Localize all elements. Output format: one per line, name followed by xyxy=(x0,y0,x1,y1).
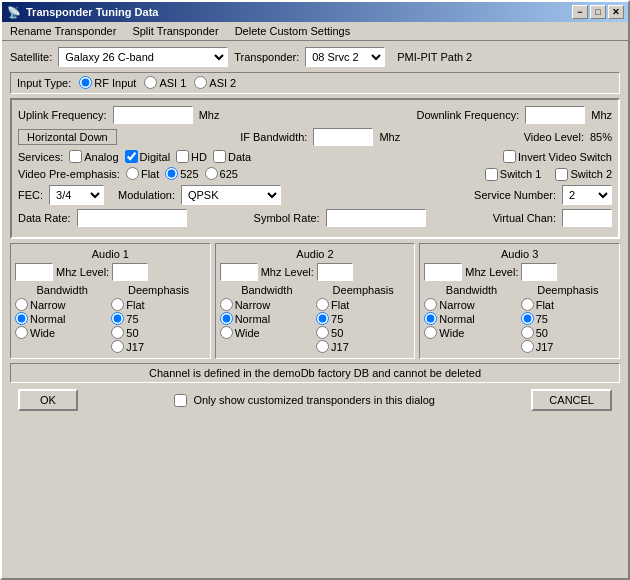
audio1-freq[interactable]: 5.80 xyxy=(15,263,53,281)
audio3-block: Audio 3 6.80 Mhz Level: 50% Bandwidth Na… xyxy=(419,243,620,359)
audio3-freq[interactable]: 6.80 xyxy=(424,263,462,281)
input-type-row: Input Type: RF Input ASI 1 ASI 2 xyxy=(10,72,620,94)
v625-radio-label[interactable]: 625 xyxy=(205,167,238,180)
hd-checkbox[interactable] xyxy=(176,150,189,163)
audio2-deemph-header: Deemphasis xyxy=(316,284,410,296)
hd-check-label[interactable]: HD xyxy=(176,150,207,163)
audio3-level-label: Level: xyxy=(489,266,518,278)
audio3-75-radio[interactable] xyxy=(521,312,534,325)
audio1-j17-radio[interactable] xyxy=(111,340,124,353)
title-bar: 📡 Transponder Tuning Data − □ ✕ xyxy=(2,2,628,22)
audio2-freq[interactable]: 6.20 xyxy=(220,263,258,281)
audio3-level[interactable]: 50% xyxy=(521,263,557,281)
digital-checkbox[interactable] xyxy=(125,150,138,163)
audio3-narrow-radio[interactable] xyxy=(424,298,437,311)
audio3-j17-radio[interactable] xyxy=(521,340,534,353)
satellite-select[interactable]: Galaxy 26 C-band xyxy=(58,47,228,67)
audio3-flat-radio[interactable] xyxy=(521,298,534,311)
invert-video-checkbox[interactable] xyxy=(503,150,516,163)
only-show-label[interactable]: Only show customized transponders in thi… xyxy=(174,394,435,407)
digital-check-label[interactable]: Digital xyxy=(125,150,171,163)
audio3-header: Audio 3 xyxy=(424,248,615,260)
analog-check-label[interactable]: Analog xyxy=(69,150,118,163)
service-number-select[interactable]: 2 xyxy=(562,185,612,205)
audio3-wide-radio[interactable] xyxy=(424,326,437,339)
audio1-flat-radio[interactable] xyxy=(111,298,124,311)
menu-delete[interactable]: Delete Custom Settings xyxy=(231,24,355,38)
audio1-normal-radio[interactable] xyxy=(15,312,28,325)
cancel-button[interactable]: CANCEL xyxy=(531,389,612,411)
menu-rename[interactable]: Rename Transponder xyxy=(6,24,120,38)
data-rate-input[interactable]: 13.800000 Mbps xyxy=(77,209,187,227)
flat-radio[interactable] xyxy=(126,167,139,180)
audio1-deemph-header: Deemphasis xyxy=(111,284,205,296)
audio2-block: Audio 2 6.20 Mhz Level: 50% Bandwidth Na… xyxy=(215,243,416,359)
only-show-checkbox[interactable] xyxy=(174,394,187,407)
fec-select[interactable]: 3/4 xyxy=(49,185,104,205)
audio2-75-radio[interactable] xyxy=(316,312,329,325)
status-text: Channel is defined in the demoDb factory… xyxy=(149,367,481,379)
switch2-label[interactable]: Switch 2 xyxy=(555,168,612,181)
audio1-50-radio[interactable] xyxy=(111,326,124,339)
menu-split[interactable]: Split Transponder xyxy=(128,24,222,38)
services-label: Services: xyxy=(18,151,63,163)
rf-input-label[interactable]: RF Input xyxy=(79,76,136,89)
asi1-radio[interactable] xyxy=(144,76,157,89)
transponder-label: Transponder: xyxy=(234,51,299,63)
audio1-level-label: Level: xyxy=(80,266,109,278)
data-checkbox[interactable] xyxy=(213,150,226,163)
analog-checkbox[interactable] xyxy=(69,150,82,163)
audio2-normal-radio[interactable] xyxy=(220,312,233,325)
service-number-label: Service Number: xyxy=(474,189,556,201)
switch1-label[interactable]: Switch 1 xyxy=(485,168,542,181)
virtual-chan-input[interactable]: None xyxy=(562,209,612,227)
close-button[interactable]: ✕ xyxy=(608,5,624,19)
audio1-wide-radio[interactable] xyxy=(15,326,28,339)
data-check-label[interactable]: Data xyxy=(213,150,251,163)
flat-radio-label[interactable]: Flat xyxy=(126,167,159,180)
asi1-label[interactable]: ASI 1 xyxy=(144,76,186,89)
audio2-flat-radio[interactable] xyxy=(316,298,329,311)
modulation-select[interactable]: QPSK xyxy=(181,185,281,205)
audio1-freq-unit: Mhz xyxy=(56,266,77,278)
v525-radio[interactable] xyxy=(165,167,178,180)
audio1-level[interactable]: 50% xyxy=(112,263,148,281)
audio3-deemph-header: Deemphasis xyxy=(521,284,615,296)
audio3-50-radio[interactable] xyxy=(521,326,534,339)
rf-input-radio[interactable] xyxy=(79,76,92,89)
audio1-75-radio[interactable] xyxy=(111,312,124,325)
audio3-normal-radio[interactable] xyxy=(424,312,437,325)
audio3-bw-header: Bandwidth xyxy=(424,284,518,296)
asi2-radio[interactable] xyxy=(194,76,207,89)
audio2-level[interactable]: 50% xyxy=(317,263,353,281)
maximize-button[interactable]: □ xyxy=(590,5,606,19)
audio1-header: Audio 1 xyxy=(15,248,206,260)
symbol-rate-input[interactable]: 9.982979 Msps xyxy=(326,209,426,227)
if-bw-input[interactable]: 36.000 xyxy=(313,128,373,146)
minimize-button[interactable]: − xyxy=(572,5,588,19)
audio2-j17-radio[interactable] xyxy=(316,340,329,353)
uplink-input[interactable]: 6073.750 xyxy=(113,106,193,124)
audio2-freq-unit: Mhz xyxy=(261,266,282,278)
transponder-select[interactable]: 08 Srvc 2 xyxy=(305,47,385,67)
video-preemphasis-label: Video Pre-emphasis: xyxy=(18,168,120,180)
audio2-50-radio[interactable] xyxy=(316,326,329,339)
title-bar-buttons: − □ ✕ xyxy=(572,5,624,19)
virtual-chan-label: Virtual Chan: xyxy=(493,212,556,224)
audio2-header: Audio 2 xyxy=(220,248,411,260)
main-settings-group: Uplink Frequency: 6073.750 Mhz Downlink … xyxy=(10,98,620,239)
switch1-checkbox[interactable] xyxy=(485,168,498,181)
switch2-checkbox[interactable] xyxy=(555,168,568,181)
v525-radio-label[interactable]: 525 xyxy=(165,167,198,180)
invert-video-label[interactable]: Invert Video Switch xyxy=(503,150,612,163)
audio2-wide-radio[interactable] xyxy=(220,326,233,339)
asi2-label[interactable]: ASI 2 xyxy=(194,76,236,89)
audio1-narrow-radio[interactable] xyxy=(15,298,28,311)
ok-button[interactable]: OK xyxy=(18,389,78,411)
audio2-narrow-radio[interactable] xyxy=(220,298,233,311)
downlink-input[interactable]: 3848.8 xyxy=(525,106,585,124)
downlink-label: Downlink Frequency: xyxy=(417,109,520,121)
menu-bar: Rename Transponder Split Transponder Del… xyxy=(2,22,628,41)
window-icon: 📡 xyxy=(6,4,22,20)
v625-radio[interactable] xyxy=(205,167,218,180)
